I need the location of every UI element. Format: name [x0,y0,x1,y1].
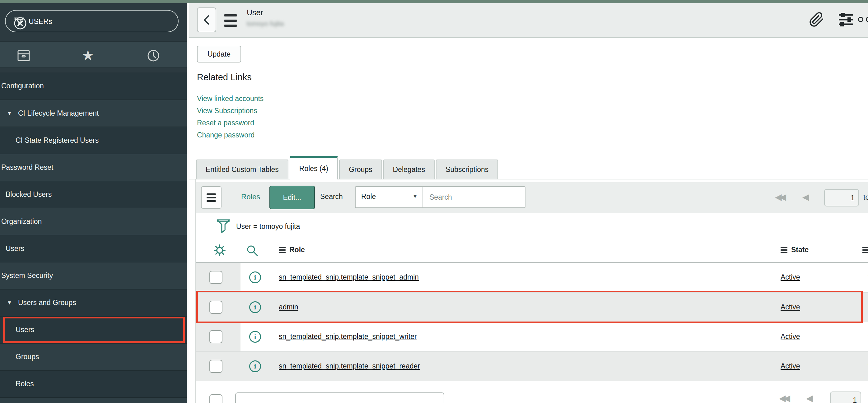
sidebar-item-password-reset[interactable]: Password Reset [0,154,187,181]
sidebar-item-label: CI State Registered Users [16,136,99,144]
chevron-down-icon: ▼ [412,194,417,199]
breadcrumb-filter-text[interactable]: User = tomoyo fujita [236,222,300,231]
search-field-select[interactable]: Role ▼ [355,187,423,207]
back-chevron-icon [201,14,212,26]
list-filter-row: User = tomoyo fujita [196,216,868,238]
column-header-inherited[interactable]: Inherited [862,246,868,254]
tab-strip: Entitled Custom Tables Roles (4) Groups … [196,156,498,179]
column-header-role[interactable]: Role [279,246,305,254]
favorites-star-icon[interactable]: ★ [82,48,94,63]
sidebar-item-blocked-users[interactable]: Blocked Users [0,181,187,208]
sidebar-item-groups[interactable]: Groups [0,343,187,370]
column-header-state[interactable]: State [781,246,809,254]
column-menu-icon[interactable] [279,247,286,253]
role-link[interactable]: sn_templated_snip.template_snippet_write… [279,332,417,341]
tab-entitled-custom-tables[interactable]: Entitled Custom Tables [196,160,288,179]
search-input[interactable] [424,187,525,207]
sidebar-item-organization[interactable]: Organization [0,208,187,235]
role-link[interactable]: sn_templated_snip.template_snippet_reade… [279,362,420,370]
edit-button[interactable]: Edit... [270,186,315,209]
record-title: User [247,8,263,17]
sidebar-item-system-security[interactable]: System Security [0,262,187,289]
link-view-linked-accounts[interactable]: View linked accounts [197,93,264,105]
search-field-value: Role [361,193,376,201]
related-links-title: Related Links [197,72,252,82]
state-link[interactable]: Active [781,362,800,370]
sidebar-item-users-and-groups[interactable]: ▼Users and Groups [0,289,187,316]
select-all-checkbox[interactable] [209,394,222,403]
paperclip-icon[interactable] [809,11,825,28]
collapse-triangle-icon[interactable]: ▼ [7,300,12,306]
row-checkbox[interactable] [209,360,222,373]
row-checkbox[interactable] [209,301,222,314]
tab-roles[interactable]: Roles (4) [290,156,338,179]
role-link[interactable]: admin [279,303,298,311]
first-page-icon[interactable]: ◀◀ [775,193,784,201]
list-menu-button[interactable] [201,186,221,209]
gear-icon[interactable] [213,243,227,258]
sidebar-item-label: CI Lifecycle Management [18,109,99,117]
navigator-filter[interactable] [5,10,179,32]
sidebar-item-label: Configuration [1,82,44,90]
sidebar-item-ci-lifecycle-management[interactable]: ▼CI Lifecycle Management [0,100,187,127]
page-number-input[interactable] [824,189,859,206]
state-link[interactable]: Active [781,303,800,311]
previous-page-icon[interactable]: ◀ [806,394,813,403]
state-link[interactable]: Active [781,332,800,341]
info-icon[interactable]: i [249,271,261,283]
sidebar-item-ci-state-registered-users[interactable]: CI State Registered Users [0,127,187,154]
sidebar-item-users-highlighted[interactable]: Users [0,316,187,343]
link-change-password[interactable]: Change password [197,129,264,141]
search-icon[interactable] [245,244,259,258]
sidebar-item-label: Groups [16,352,39,361]
row-checkbox[interactable] [209,271,222,284]
record-header: User tomoyo fujita [189,3,868,38]
previous-page-icon[interactable]: ◀ [802,193,809,201]
link-reset-a-password[interactable]: Reset a password [197,117,264,129]
info-icon[interactable]: i [249,301,261,313]
tab-groups[interactable]: Groups [339,160,382,179]
sidebar-item-label: Users [16,326,34,334]
info-icon[interactable]: i [249,360,261,372]
related-lists-tabbar: Entitled Custom Tables Roles (4) Groups … [189,155,868,179]
table-row: i sn_templated_snip.template_snippet_adm… [196,263,868,292]
info-icon[interactable]: i [249,331,261,343]
related-links: View linked accounts View Subscriptions … [197,93,264,141]
record-content: User tomoyo fujita Update Related Links … [189,3,868,403]
sidebar-item-users[interactable]: Users [0,235,187,262]
page-number-input[interactable] [830,392,861,403]
tab-subscriptions[interactable]: Subscriptions [436,160,498,179]
sliders-icon[interactable] [838,11,854,28]
tab-delegates[interactable]: Delegates [383,160,435,179]
first-page-icon[interactable]: ◀◀ [779,394,788,403]
clear-filter-icon[interactable] [13,16,27,31]
roles-related-list: Roles Edit... Search Role ▼ ◀◀ ◀ to User… [195,179,868,403]
record-subtitle: tomoyo fujita [247,20,284,27]
update-button[interactable]: Update [197,46,241,63]
list-toolbar: Roles Edit... Search Role ▼ ◀◀ ◀ to [196,182,868,213]
all-applications-icon[interactable] [16,48,31,63]
sidebar-scrollbar[interactable] [187,3,189,403]
row-checkbox[interactable] [209,330,222,343]
link-view-subscriptions[interactable]: View Subscriptions [197,105,264,117]
list-filter-funnel-icon[interactable] [216,218,231,235]
actions-select[interactable]: Actions on selected rows... [235,393,444,403]
collapse-triangle-icon[interactable]: ▼ [7,110,12,116]
table-row: i admin Active false [196,292,868,322]
back-button[interactable] [197,7,216,32]
sidebar-item-roles[interactable]: Roles [0,370,187,397]
sidebar-item-configuration[interactable]: Configuration [0,72,187,100]
list-title-link[interactable]: Roles [241,193,260,201]
sidebar-item-label: Blocked Users [6,190,52,199]
navigator-filter-input[interactable] [29,15,147,27]
sidebar-item-label: Roles [16,380,34,388]
column-menu-icon[interactable] [781,247,787,253]
more-circles-icon[interactable] [858,17,868,22]
column-menu-icon[interactable] [862,247,868,253]
state-link[interactable]: Active [781,273,800,281]
application-window: ★ Configuration ▼CI Lifecycle Management… [0,0,868,403]
history-clock-icon[interactable] [146,48,161,63]
column-label: Role [289,246,305,254]
record-menu-icon[interactable] [224,14,238,27]
role-link[interactable]: sn_templated_snip.template_snippet_admin [279,273,419,281]
